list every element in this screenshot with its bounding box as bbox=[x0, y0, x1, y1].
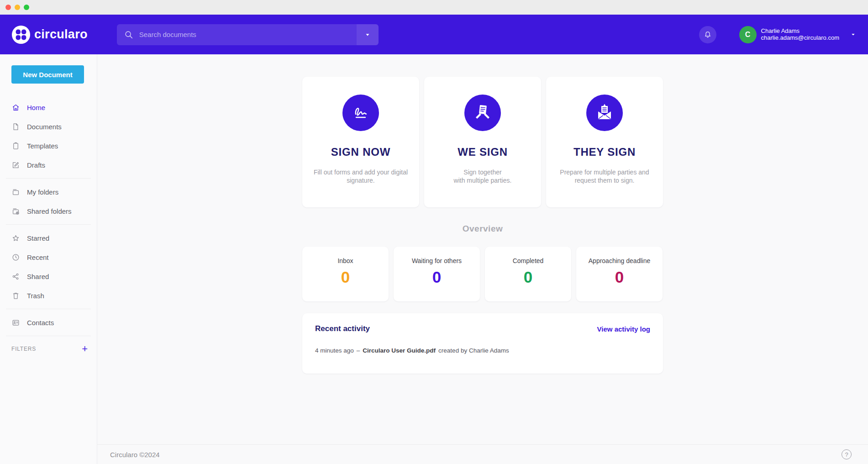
filters-section: FILTERS + bbox=[0, 340, 97, 354]
action-cards-row: SIGN NOW Fill out forms and add your dig… bbox=[302, 77, 663, 207]
sidebar-item-starred[interactable]: Starred bbox=[0, 228, 97, 248]
stat-label: Completed bbox=[485, 257, 571, 264]
sidebar-item-drafts[interactable]: Drafts bbox=[0, 155, 97, 174]
share-icon bbox=[11, 272, 20, 281]
main-area: SIGN NOW Fill out forms and add your dig… bbox=[97, 54, 868, 464]
folder-icon bbox=[11, 188, 20, 196]
add-filter-button[interactable]: + bbox=[82, 344, 88, 354]
sidebar-item-recent[interactable]: Recent bbox=[0, 248, 97, 267]
close-window-button[interactable] bbox=[5, 5, 11, 10]
overview-stats-row: Inbox 0 Waiting for others 0 Completed 0… bbox=[302, 247, 663, 301]
sidebar-item-shared-folders[interactable]: Shared folders bbox=[0, 201, 97, 221]
sidebar-item-shared[interactable]: Shared bbox=[0, 267, 97, 286]
we-sign-card[interactable]: WE SIGN Sign together with multiple part… bbox=[424, 77, 541, 207]
stat-card-inbox[interactable]: Inbox 0 bbox=[302, 247, 389, 301]
sign-now-circle bbox=[342, 95, 379, 131]
recent-activity-card: Recent activity View activity log 4 minu… bbox=[302, 313, 663, 374]
sidebar-item-label: Drafts bbox=[27, 161, 45, 169]
star-icon bbox=[11, 234, 20, 243]
avatar: C bbox=[739, 26, 757, 43]
sidebar-nav-folders: My folders Shared folders bbox=[0, 182, 97, 221]
home-icon bbox=[11, 103, 20, 112]
brand-name: circularo bbox=[34, 27, 88, 42]
they-sign-circle bbox=[586, 95, 623, 131]
envelope-letter-icon bbox=[594, 102, 615, 123]
stat-card-waiting-for-others[interactable]: Waiting for others 0 bbox=[394, 247, 480, 301]
macos-titlebar bbox=[0, 0, 868, 15]
action-description: Sign together with multiple parties. bbox=[424, 168, 541, 185]
document-icon bbox=[11, 122, 20, 131]
stat-label: Waiting for others bbox=[394, 257, 480, 264]
recent-activity-title: Recent activity bbox=[315, 324, 370, 333]
stat-value: 0 bbox=[576, 268, 663, 286]
sidebar-divider bbox=[6, 309, 91, 309]
notifications-button[interactable] bbox=[699, 26, 716, 43]
shared-folder-icon bbox=[11, 207, 20, 216]
action-title: THEY SIGN bbox=[546, 146, 663, 158]
stat-value: 0 bbox=[485, 268, 571, 286]
sign-now-card[interactable]: SIGN NOW Fill out forms and add your dig… bbox=[302, 77, 419, 207]
filters-label: FILTERS bbox=[11, 346, 36, 352]
new-document-button[interactable]: New Document bbox=[11, 65, 84, 84]
circularo-app-window: circularo C Charl bbox=[0, 0, 868, 464]
search-scope-dropdown[interactable] bbox=[357, 24, 379, 45]
sidebar-item-contacts[interactable]: Contacts bbox=[0, 313, 97, 332]
group-signing-icon bbox=[472, 102, 493, 123]
circularo-logo[interactable]: circularo bbox=[12, 26, 88, 44]
signature-icon bbox=[350, 102, 371, 123]
activity-file-name[interactable]: Circularo User Guide.pdf bbox=[363, 347, 436, 354]
edit-pencil-icon bbox=[11, 161, 20, 169]
sidebar-item-label: My folders bbox=[27, 188, 58, 196]
sidebar-nav-main: Home Documents Templates bbox=[0, 98, 97, 174]
sidebar-item-label: Shared folders bbox=[27, 207, 72, 215]
app-shell: New Document Home Documents bbox=[0, 54, 868, 464]
action-description: Prepare for multiple parties and request… bbox=[546, 168, 663, 185]
main-content: SIGN NOW Fill out forms and add your dig… bbox=[302, 54, 663, 374]
sidebar-item-label: Trash bbox=[27, 292, 44, 300]
help-icon[interactable]: ? bbox=[842, 449, 852, 459]
sidebar-item-label: Starred bbox=[27, 234, 49, 242]
user-email: charlie.adams@circularo.com bbox=[761, 35, 839, 42]
search-input[interactable] bbox=[134, 24, 357, 45]
activity-time: 4 minutes ago bbox=[315, 347, 354, 354]
view-activity-log-link[interactable]: View activity log bbox=[597, 325, 650, 333]
contacts-card-icon bbox=[11, 318, 20, 327]
sidebar-item-trash[interactable]: Trash bbox=[0, 286, 97, 305]
minimize-window-button[interactable] bbox=[15, 5, 20, 10]
search-icon bbox=[124, 30, 134, 40]
stat-card-approaching-deadline[interactable]: Approaching deadline 0 bbox=[576, 247, 663, 301]
sidebar-item-documents[interactable]: Documents bbox=[0, 117, 97, 136]
copyright-text: Circularo ©2024 bbox=[110, 451, 160, 459]
stat-label: Approaching deadline bbox=[576, 257, 663, 264]
action-description: Fill out forms and add your digital sign… bbox=[302, 168, 419, 185]
recent-activity-header: Recent activity View activity log bbox=[315, 324, 650, 333]
sidebar-item-label: Home bbox=[27, 104, 45, 111]
sidebar-item-templates[interactable]: Templates bbox=[0, 136, 97, 155]
activity-separator: – bbox=[357, 347, 360, 354]
overview-heading: Overview bbox=[302, 224, 663, 234]
action-title: WE SIGN bbox=[424, 146, 541, 158]
sidebar-item-label: Contacts bbox=[27, 319, 54, 327]
bell-icon bbox=[703, 30, 712, 39]
user-menu[interactable]: C Charlie Adams charlie.adams@circularo.… bbox=[739, 26, 856, 43]
fullscreen-window-button[interactable] bbox=[24, 5, 29, 10]
trash-icon bbox=[11, 291, 20, 300]
sidebar-item-label: Shared bbox=[27, 273, 49, 280]
sidebar-item-label: Documents bbox=[27, 123, 62, 131]
user-name: Charlie Adams bbox=[761, 28, 839, 35]
stat-label: Inbox bbox=[302, 257, 389, 264]
sidebar-item-my-folders[interactable]: My folders bbox=[0, 182, 97, 201]
sidebar-nav-contacts: Contacts bbox=[0, 313, 97, 332]
chevron-down-icon bbox=[850, 32, 856, 37]
search-bar bbox=[117, 24, 379, 45]
sidebar: New Document Home Documents bbox=[0, 54, 97, 464]
they-sign-card[interactable]: THEY SIGN Prepare for multiple parties a… bbox=[546, 77, 663, 207]
sidebar-divider bbox=[6, 336, 91, 336]
stat-card-completed[interactable]: Completed 0 bbox=[485, 247, 571, 301]
header-right-group: C Charlie Adams charlie.adams@circularo.… bbox=[699, 26, 856, 43]
circularo-logo-icon bbox=[12, 26, 30, 44]
sidebar-divider bbox=[6, 224, 91, 225]
sidebar-item-home[interactable]: Home bbox=[0, 98, 97, 117]
action-title: SIGN NOW bbox=[302, 146, 419, 158]
activity-entry: 4 minutes ago – Circularo User Guide.pdf… bbox=[315, 347, 650, 354]
